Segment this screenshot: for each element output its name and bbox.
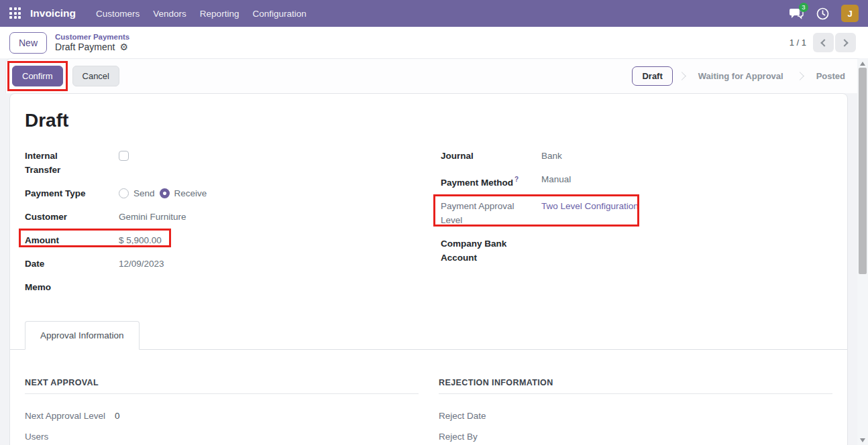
field-memo: Memo xyxy=(25,280,417,294)
messages-icon[interactable]: 3 xyxy=(789,6,804,21)
payment-type-send-label[interactable]: Send xyxy=(133,186,155,200)
rejection-information-title: REJECTION INFORMATION xyxy=(439,378,832,394)
pager-next-button[interactable] xyxy=(835,33,856,52)
apps-grid-icon[interactable] xyxy=(9,7,21,19)
scroll-down-icon[interactable] xyxy=(860,438,865,442)
field-next-approval-level: Next Approval Level 0 xyxy=(25,411,419,421)
breadcrumb-current: Draft Payment xyxy=(55,42,115,53)
status-separator-icon xyxy=(677,72,686,80)
next-approval-section: NEXT APPROVAL Next Approval Level 0 User… xyxy=(25,378,419,445)
field-amount: Amount $ 5,900.00 xyxy=(25,233,417,247)
field-customer: Customer Gemini Furniture xyxy=(25,210,417,224)
activities-clock-icon[interactable] xyxy=(815,6,830,21)
field-reject-by: Reject By xyxy=(439,432,832,442)
user-avatar[interactable]: J xyxy=(841,5,859,22)
company-bank-account-label: Company Bank Account xyxy=(441,237,541,265)
amount-value[interactable]: $ 5,900.00 xyxy=(119,233,162,247)
reject-by-label: Reject By xyxy=(439,432,478,442)
payment-method-value[interactable]: Manual xyxy=(541,172,571,190)
memo-label: Memo xyxy=(25,280,95,294)
record-title: Draft xyxy=(25,110,832,131)
internal-transfer-label: Internal Transfer xyxy=(25,149,95,177)
new-button[interactable]: New xyxy=(9,32,47,54)
payment-method-label-text: Payment Method xyxy=(441,178,513,188)
field-reject-date: Reject Date xyxy=(439,411,832,421)
vertical-scrollbar[interactable] xyxy=(857,59,868,445)
gear-icon[interactable]: ⚙ xyxy=(120,42,129,52)
chevron-left-icon xyxy=(820,39,828,46)
status-step-draft[interactable]: Draft xyxy=(632,66,672,86)
confirm-highlight-box: Confirm xyxy=(7,61,68,91)
scrollbar-thumb[interactable] xyxy=(859,68,867,274)
payment-type-send-radio[interactable] xyxy=(119,188,129,198)
scroll-up-icon[interactable] xyxy=(860,62,865,66)
form-status-bar: Confirm Cancel Draft Waiting for Approva… xyxy=(5,58,863,93)
chevron-right-icon xyxy=(840,39,848,46)
payment-type-label: Payment Type xyxy=(25,186,95,200)
form-sheet: Draft Internal Transfer Payment Type Sen… xyxy=(9,93,848,445)
reject-date-label: Reject Date xyxy=(439,411,486,421)
field-company-bank-account: Company Bank Account xyxy=(441,237,832,265)
messages-badge: 3 xyxy=(799,3,808,12)
approval-level-value[interactable]: Two Level Configuration xyxy=(541,199,639,227)
control-panel: New Customer Payments Draft Payment ⚙ 1 … xyxy=(0,27,868,58)
field-payment-method: Payment Method? Manual xyxy=(441,172,832,190)
cancel-button[interactable]: Cancel xyxy=(72,66,119,86)
breadcrumb: Customer Payments Draft Payment ⚙ xyxy=(55,33,129,53)
field-internal-transfer: Internal Transfer xyxy=(25,149,417,177)
field-payment-approval-level: Payment Approval Level Two Level Configu… xyxy=(441,199,832,227)
next-approval-level-label: Next Approval Level xyxy=(25,411,105,421)
pager-previous-button[interactable] xyxy=(813,33,834,52)
status-step-posted[interactable]: Posted xyxy=(809,67,853,85)
journal-label: Journal xyxy=(441,149,541,163)
next-approval-title: NEXT APPROVAL xyxy=(25,378,419,394)
rejection-information-section: REJECTION INFORMATION Reject Date Reject… xyxy=(439,378,832,445)
pager: 1 / 1 xyxy=(790,33,856,52)
payment-method-label: Payment Method? xyxy=(441,172,541,190)
notebook-tabs: Approval Information xyxy=(10,321,847,350)
field-payment-type: Payment Type Send Receive xyxy=(25,186,417,200)
field-date: Date 12/09/2023 xyxy=(25,257,417,271)
confirm-button[interactable]: Confirm xyxy=(12,66,63,86)
next-approval-level-value: 0 xyxy=(115,411,120,421)
field-users: Users xyxy=(25,432,419,442)
nav-item-vendors[interactable]: Vendors xyxy=(146,9,193,19)
approval-level-label: Payment Approval Level xyxy=(441,199,541,227)
nav-item-configuration[interactable]: Configuration xyxy=(246,9,313,19)
app-name-invoicing[interactable]: Invoicing xyxy=(30,7,76,19)
help-question-icon: ? xyxy=(514,176,519,183)
navbar: Invoicing Customers Vendors Reporting Co… xyxy=(0,0,868,27)
customer-value[interactable]: Gemini Furniture xyxy=(119,210,186,224)
statusbar-steps: Draft Waiting for Approval Posted xyxy=(632,66,853,86)
field-journal: Journal Bank xyxy=(441,149,832,163)
payment-type-receive-label[interactable]: Receive xyxy=(174,186,207,200)
payment-type-receive-radio[interactable] xyxy=(160,188,170,198)
amount-label: Amount xyxy=(25,233,95,247)
tab-approval-information[interactable]: Approval Information xyxy=(25,321,140,350)
nav-item-customers[interactable]: Customers xyxy=(89,9,146,19)
journal-value[interactable]: Bank xyxy=(541,149,562,163)
customer-label: Customer xyxy=(25,210,95,224)
status-separator-icon xyxy=(796,72,804,80)
nav-item-reporting[interactable]: Reporting xyxy=(193,9,246,19)
date-label: Date xyxy=(25,257,95,271)
date-value[interactable]: 12/09/2023 xyxy=(119,257,164,271)
users-label: Users xyxy=(25,432,48,442)
status-step-waiting-for-approval[interactable]: Waiting for Approval xyxy=(691,67,791,85)
pager-count: 1 / 1 xyxy=(790,38,806,48)
breadcrumb-customer-payments[interactable]: Customer Payments xyxy=(55,33,129,42)
internal-transfer-checkbox[interactable] xyxy=(119,151,129,161)
